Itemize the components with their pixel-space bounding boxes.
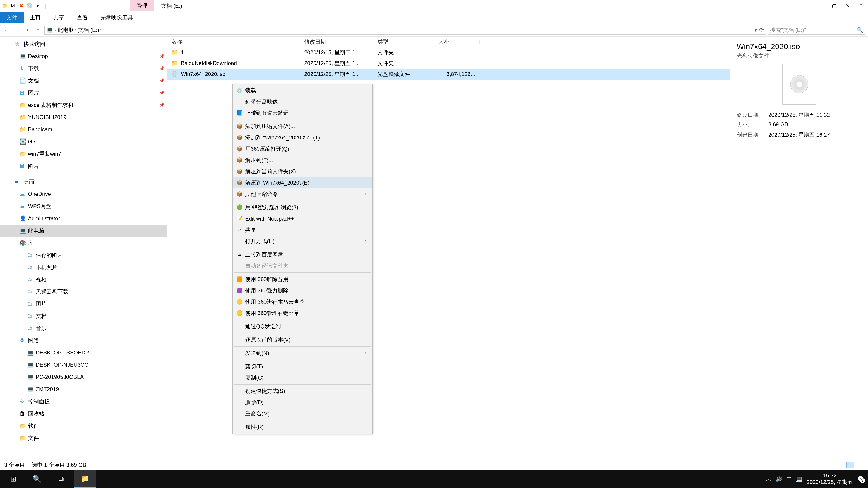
menu-item[interactable]: 🟡使用 360管理右键菜单 <box>233 307 372 319</box>
tree-item[interactable]: 💻PC-20190530OBLA <box>0 371 167 383</box>
taskbar[interactable]: ⊞ 🔍 ⧉ 📁 ︿ 🔊 中 💻 16:32 2020/12/25, 星期五 💬3 <box>0 470 868 488</box>
taskbar-explorer[interactable]: 📁 <box>74 470 96 488</box>
menu-item[interactable]: 📦用360压缩打开(Q) <box>233 143 372 155</box>
search-input[interactable]: 搜索"文档 (E:)" 🔍 <box>768 26 865 35</box>
action-center-icon[interactable]: 💬3 <box>857 476 864 482</box>
tree-item[interactable]: 📄文档📌 <box>0 74 167 87</box>
tree-desktop[interactable]: ■桌面 <box>0 176 167 188</box>
menu-item[interactable]: 📦解压到(F)... <box>233 155 372 166</box>
tree-item[interactable]: 🖼图片 <box>0 160 167 172</box>
context-menu[interactable]: 💿装载刻录光盘映像📘上传到有道云笔记📦添加到压缩文件(A)...📦添加到 "Wi… <box>232 84 373 434</box>
taskbar-clock[interactable]: 16:32 2020/12/25, 星期五 <box>807 473 853 486</box>
qat-disc-icon[interactable]: 💿 <box>27 3 32 8</box>
tray-chevron-up-icon[interactable]: ︿ <box>766 475 772 483</box>
menu-item[interactable]: 📝Edit with Notepad++ <box>233 213 372 224</box>
menu-item[interactable]: 💿装载 <box>233 85 372 96</box>
menu-item[interactable]: 还原以前的版本(V) <box>233 334 372 346</box>
nav-forward-button[interactable]: → <box>13 26 21 34</box>
addr-dropdown-icon[interactable]: ▾ <box>754 27 757 33</box>
tree-item[interactable]: 💻DESKTOP-NJEU3CG <box>0 359 167 371</box>
tree-item[interactable]: 🗂视频 <box>0 273 167 286</box>
tree-recycle-bin[interactable]: 🗑回收站 <box>0 408 167 420</box>
tree-item[interactable]: 🖼图片📌 <box>0 87 167 99</box>
tree-item[interactable]: 📁win7重装win7 <box>0 148 167 160</box>
menu-item[interactable]: 📦解压到当前文件夹(X) <box>233 166 372 177</box>
menu-item[interactable]: 📦解压到 Win7x64_2020\ (E) <box>233 177 372 188</box>
tree-item[interactable]: 🗂本机照片 <box>0 261 167 273</box>
menu-item[interactable]: 📦添加到 "Win7x64_2020.zip" (T) <box>233 132 372 143</box>
tray-network-icon[interactable]: 💻 <box>796 476 803 482</box>
refresh-icon[interactable]: ⟳ <box>759 27 764 33</box>
tree-item[interactable]: 🗂音乐 <box>0 322 167 334</box>
tree-network[interactable]: 🖧网络 <box>0 334 167 347</box>
tray-volume-icon[interactable]: 🔊 <box>776 476 782 482</box>
tree-control-panel[interactable]: ⚙控制面板 <box>0 395 167 408</box>
minimize-button[interactable]: — <box>814 0 827 12</box>
tree-quick-access[interactable]: ★快速访问 <box>0 38 167 50</box>
tree-item[interactable]: 📁YUNQISHI2019 <box>0 111 167 123</box>
tree-files[interactable]: 📁文件 <box>0 432 167 444</box>
tree-item[interactable]: 📁excel表格制作求和📌 <box>0 99 167 111</box>
nav-back-button[interactable]: ← <box>3 26 11 34</box>
view-icons-button[interactable] <box>856 462 864 468</box>
menu-item[interactable]: 打开方式(H)〉 <box>233 236 372 247</box>
menu-item[interactable]: 发送到(N)〉 <box>233 348 372 359</box>
tree-item[interactable]: 🗂保存的图片 <box>0 249 167 261</box>
ribbon-tab-home[interactable]: 主页 <box>24 12 47 23</box>
tree-item[interactable]: 💻DESKTOP-LSSOEDP <box>0 347 167 359</box>
menu-item[interactable]: 📘上传到有道云笔记 <box>233 107 372 119</box>
contextual-tab-manage[interactable]: 管理 <box>130 0 154 11</box>
breadcrumb-drive[interactable]: 文档 (E:) › <box>78 26 102 34</box>
col-date[interactable]: 修改日期 <box>300 38 373 45</box>
menu-item[interactable]: 🟧使用 360解除占用 <box>233 273 372 285</box>
tree-item[interactable]: 📚库 <box>0 237 167 249</box>
nav-up-button[interactable]: ↑ <box>34 26 42 34</box>
search-button[interactable]: 🔍 <box>26 470 49 488</box>
menu-item[interactable]: 重命名(M) <box>233 408 372 419</box>
col-type[interactable]: 类型 <box>373 38 434 45</box>
nav-tree[interactable]: ★快速访问 💻Desktop📌⬇下载📌📄文档📌🖼图片📌📁excel表格制作求和📌… <box>0 37 167 459</box>
breadcrumb-bar[interactable]: 💻 › 此电脑 › 文档 (E:) › ▾ ⟳ <box>44 26 766 35</box>
tree-item[interactable]: 💻此电脑 <box>0 225 167 237</box>
tray-ime-icon[interactable]: 中 <box>786 475 792 483</box>
help-button[interactable]: ? <box>855 0 868 12</box>
col-size[interactable]: 大小 <box>434 38 480 45</box>
menu-item[interactable]: 属性(R) <box>233 421 372 433</box>
ribbon-tab-share[interactable]: 共享 <box>47 12 70 23</box>
col-name[interactable]: 名称 <box>167 38 300 45</box>
menu-item[interactable]: 复制(C) <box>233 372 372 383</box>
start-button[interactable]: ⊞ <box>2 470 24 488</box>
tree-item[interactable]: ☁OneDrive <box>0 188 167 200</box>
maximize-button[interactable]: ▢ <box>827 0 841 12</box>
menu-item[interactable]: 创建快捷方式(S) <box>233 385 372 397</box>
menu-item[interactable]: 🟡使用 360进行木马云查杀 <box>233 296 372 307</box>
file-row[interactable]: 💿Win7x64_2020.iso2020/12/25, 星期五 1...光盘映… <box>167 69 730 79</box>
tree-item[interactable]: 🗂图片 <box>0 298 167 310</box>
ribbon-tab-file[interactable]: 文件 <box>0 12 24 23</box>
tree-item[interactable]: 🗂文档 <box>0 310 167 322</box>
menu-item[interactable]: ☁上传到百度网盘 <box>233 249 372 260</box>
menu-item[interactable]: 📦添加到压缩文件(A)... <box>233 121 372 132</box>
qat-dropdown-icon[interactable]: ▾ <box>35 3 40 8</box>
menu-item[interactable]: 删除(D) <box>233 397 372 408</box>
view-details-button[interactable] <box>846 462 855 468</box>
tree-software[interactable]: 📁软件 <box>0 420 167 432</box>
menu-item[interactable]: 🟪使用 360强力删除 <box>233 285 372 296</box>
nav-history-dropdown[interactable]: ▾ <box>24 26 32 34</box>
file-row[interactable]: 📁12020/12/15, 星期二 1...文件夹 <box>167 47 730 58</box>
tree-item[interactable]: ☁WPS网盘 <box>0 200 167 213</box>
menu-item[interactable]: 刻录光盘映像 <box>233 96 372 107</box>
close-button[interactable]: ✕ <box>841 0 855 12</box>
menu-item[interactable]: 剪切(T) <box>233 361 372 372</box>
task-view-button[interactable]: ⧉ <box>50 470 72 488</box>
tree-item[interactable]: 💽G:\ <box>0 135 167 148</box>
menu-item[interactable]: ↗共享 <box>233 224 372 236</box>
menu-item[interactable]: 📦其他压缩命令〉 <box>233 188 372 200</box>
tree-item[interactable]: ⬇下载📌 <box>0 62 167 74</box>
menu-item[interactable]: 🟢用 蜂蜜浏览器 浏览(3) <box>233 202 372 213</box>
menu-item[interactable]: 通过QQ发送到 <box>233 321 372 332</box>
ribbon-tab-disc-tools[interactable]: 光盘映像工具 <box>94 12 139 23</box>
tree-item[interactable]: 💻ZMT2019 <box>0 383 167 395</box>
breadcrumb-pc[interactable]: 此电脑 › <box>58 26 76 34</box>
tree-item[interactable]: 🗂天翼云盘下载 <box>0 286 167 298</box>
